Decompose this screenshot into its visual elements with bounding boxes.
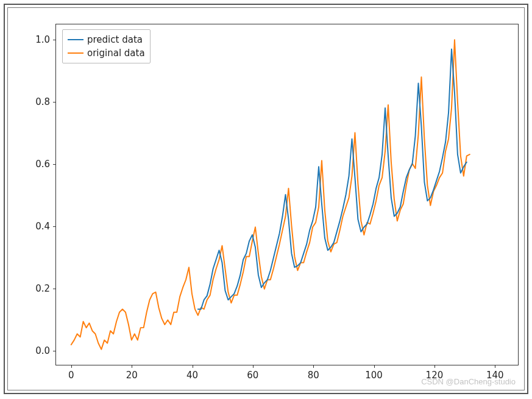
x-tick-label: 20 [126,365,138,381]
legend-label-predict: predict data [87,34,143,45]
legend-entry-predict: predict data [68,33,145,46]
y-tick-label: 0.2 [35,283,56,294]
legend-swatch-predict [68,39,83,40]
x-tick-label: 60 [247,365,258,381]
legend-swatch-original [68,52,83,54]
plot-area: predict data original data 0.00.20.40.60… [55,24,519,365]
x-tick-label: 80 [308,365,319,381]
y-tick-label: 0.4 [35,221,56,232]
outer-frame: predict data original data 0.00.20.40.60… [4,4,528,394]
y-tick-label: 0.8 [35,96,56,107]
y-tick-label: 1.0 [35,34,56,45]
legend-entry-original: original data [68,46,145,60]
y-tick-label: 0.0 [35,345,56,356]
legend: predict data original data [62,29,151,63]
legend-label-original: original data [87,48,145,59]
x-tick-label: 0 [68,365,74,381]
inner-frame: predict data original data 0.00.20.40.60… [7,7,525,390]
watermark: CSDN @DanCheng-studio [421,377,516,386]
x-tick-label: 40 [186,365,198,381]
y-tick-label: 0.6 [35,159,56,170]
chart-lines-svg [56,24,518,365]
line-predict-data [198,49,467,309]
x-tick-label: 100 [365,365,383,381]
line-original-data [71,40,470,349]
